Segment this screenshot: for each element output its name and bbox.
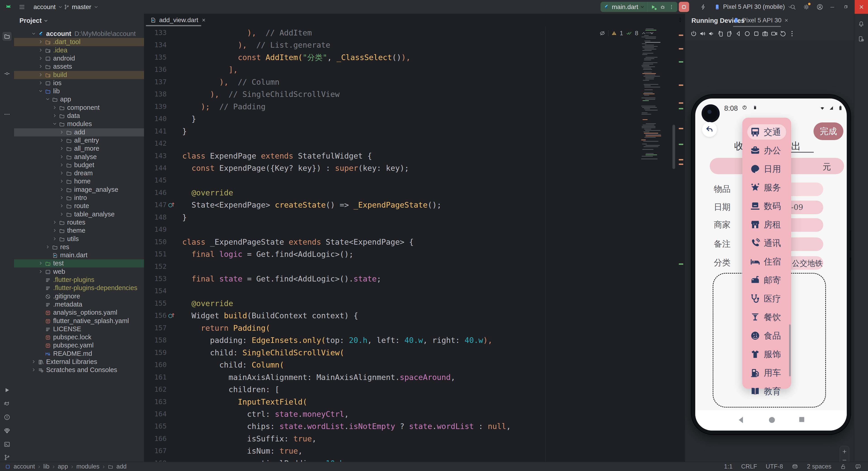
device-toolbar-snapshot-button[interactable] (779, 30, 787, 38)
device-toolbar-rotr-button[interactable] (726, 30, 734, 38)
vcs-branch-widget[interactable]: master (64, 0, 99, 14)
editor-scrollbar[interactable] (673, 125, 675, 169)
project-widget[interactable]: account (33, 0, 63, 14)
run-more-button[interactable] (669, 4, 674, 10)
tree-item-license[interactable]: LICENSE (14, 325, 144, 333)
tree-item-ios[interactable]: ios (14, 79, 144, 87)
close-button[interactable] (855, 0, 868, 14)
run-button[interactable] (650, 4, 656, 10)
category-option-服饰[interactable]: 服饰 (747, 346, 786, 362)
project-view-selector[interactable]: Project (20, 17, 49, 24)
tree-item-build[interactable]: build (14, 71, 144, 79)
zoom-out-button[interactable] (842, 458, 847, 462)
category-option-数码[interactable]: 数码 (747, 198, 786, 214)
tab-options-button[interactable] (677, 17, 683, 23)
tree-item-analysis-options-yaml[interactable]: analysis_options.yaml (14, 309, 144, 317)
tree-item-lib[interactable]: lib (14, 87, 144, 95)
category-option-食品[interactable]: 食品 (747, 328, 786, 343)
device-toolbar-video-button[interactable] (771, 30, 778, 38)
tree-item-flutter-native-splash-yaml[interactable]: flutter_native_splash.yaml (14, 317, 144, 325)
category-option-办公[interactable]: 办公 (747, 143, 786, 158)
lock-status[interactable] (840, 464, 846, 470)
caret-position[interactable]: 1:1 (724, 463, 733, 470)
override-gutter-icon[interactable] (167, 312, 175, 319)
tree-item-budget[interactable]: budget (14, 161, 144, 169)
tree-item-dream[interactable]: dream (14, 169, 144, 177)
tree-item-res[interactable]: res (14, 243, 144, 251)
tree-item-all-entry[interactable]: all_entry (14, 136, 144, 144)
done-button[interactable]: 完成 (813, 123, 843, 140)
tree-item-all-more[interactable]: all_more (14, 144, 144, 153)
category-option-房租[interactable]: 房租 (747, 217, 786, 232)
device-selector[interactable]: Pixel 5 API 30 (mobile) (714, 0, 793, 14)
tree-item-home[interactable]: home (14, 177, 144, 186)
line-ending[interactable]: CRLF (741, 463, 757, 470)
tree-item-routes[interactable]: routes (14, 218, 144, 227)
tool-stripe-cat-button[interactable] (4, 400, 10, 407)
tab-close-icon[interactable] (202, 18, 206, 22)
tree-item-scratches-and-consoles[interactable]: Scratches and Consoles (14, 366, 144, 374)
tab-add-view-dart[interactable]: add_view.dart (147, 14, 201, 26)
tab-expense[interactable]: 出 (791, 140, 801, 153)
tool-stripe-branch-button[interactable] (4, 454, 10, 461)
category-chip[interactable]: 公交地铁 (792, 258, 823, 269)
tree-item-external-libraries[interactable]: External Libraries (14, 358, 144, 366)
tree-item-flutter-plugins-dependencies[interactable]: .flutter-plugins-dependencies (14, 284, 144, 292)
tool-stripe-terminal-button[interactable] (4, 441, 10, 448)
tool-stripe-project-button[interactable] (2, 32, 11, 41)
tree-item-metadata[interactable]: .metadata (14, 300, 144, 309)
device-toolbar-backtri-button[interactable] (735, 30, 743, 38)
breadcrumb-account[interactable]: account (13, 463, 35, 470)
device-tab-close-icon[interactable] (784, 18, 788, 23)
nav-home-button[interactable] (767, 415, 777, 425)
tree-item-test[interactable]: test (14, 259, 144, 267)
tree-item-analyse[interactable]: analyse (14, 153, 144, 161)
tree-item-component[interactable]: component (14, 104, 144, 112)
tree-item-pubspec-lock[interactable]: pubspec.lock (14, 333, 144, 341)
override-gutter-icon[interactable] (167, 201, 175, 209)
tree-item-table-analyse[interactable]: table_analyse (14, 210, 144, 218)
category-option-用车[interactable]: 用车 (747, 365, 786, 380)
tree-item-pubspec-yaml[interactable]: pubspec.yaml (14, 341, 144, 349)
minimize-button[interactable] (829, 0, 835, 14)
editor-area[interactable]: add_view.dart 133 ), // AddItem134 ), //… (144, 14, 685, 462)
tool-stripe-moreh-button[interactable] (4, 111, 10, 118)
tree-item-android[interactable]: android (14, 55, 144, 63)
category-option-邮寄[interactable]: 邮寄 (747, 272, 786, 288)
settings-button[interactable] (803, 0, 810, 14)
tree-item-route[interactable]: route (14, 202, 144, 210)
search-everywhere-button[interactable] (789, 0, 796, 14)
phone-screen[interactable]: 8:08 完成 收 出 元 物品日期-09商家备注分类公交地铁 (695, 99, 847, 431)
tree-item-image-analyse[interactable]: image_analyse (14, 186, 144, 194)
category-option-交通[interactable]: 交通 (747, 124, 786, 140)
menu-scrollbar[interactable] (789, 325, 791, 376)
tree-item-web[interactable]: web (14, 268, 144, 276)
tree-item-idea[interactable]: .idea (14, 46, 144, 55)
tree-item-data[interactable]: data (14, 112, 144, 120)
tree-item-readme-md[interactable]: README.md (14, 350, 144, 358)
run-configuration-widget[interactable]: main.dart (600, 2, 677, 12)
tree-item-modules[interactable]: modules (14, 120, 144, 128)
device-toolbar-oversq-button[interactable] (753, 30, 761, 38)
feedback-button[interactable] (855, 464, 861, 470)
category-option-住宿[interactable]: 住宿 (747, 254, 786, 269)
tool-stripe-diamond-button[interactable] (4, 428, 10, 434)
tool-stripe-commit-button[interactable] (4, 70, 10, 77)
zoom-in-button[interactable] (842, 449, 847, 454)
tree-item-theme[interactable]: theme (14, 227, 144, 235)
device-manager-button[interactable] (858, 35, 865, 42)
tool-stripe-play-button[interactable] (4, 387, 10, 394)
tree-item-app[interactable]: app (14, 95, 144, 103)
nav-back-button[interactable] (736, 415, 746, 425)
category-option-餐饮[interactable]: 餐饮 (747, 309, 786, 325)
breadcrumb-add[interactable]: add (117, 463, 127, 470)
nav-overview-button[interactable] (798, 415, 806, 424)
file-encoding[interactable]: UTF-8 (766, 463, 783, 470)
device-toolbar-homecirc-button[interactable] (744, 30, 751, 38)
category-option-服务[interactable]: 服务 (747, 180, 786, 195)
flutter-attach-button[interactable] (700, 0, 707, 14)
debug-button[interactable] (660, 4, 665, 10)
tool-stripe-problems-button[interactable] (4, 414, 10, 420)
tree-item-flutter-plugins[interactable]: .flutter-plugins (14, 276, 144, 284)
tree-item-intro[interactable]: intro (14, 194, 144, 202)
